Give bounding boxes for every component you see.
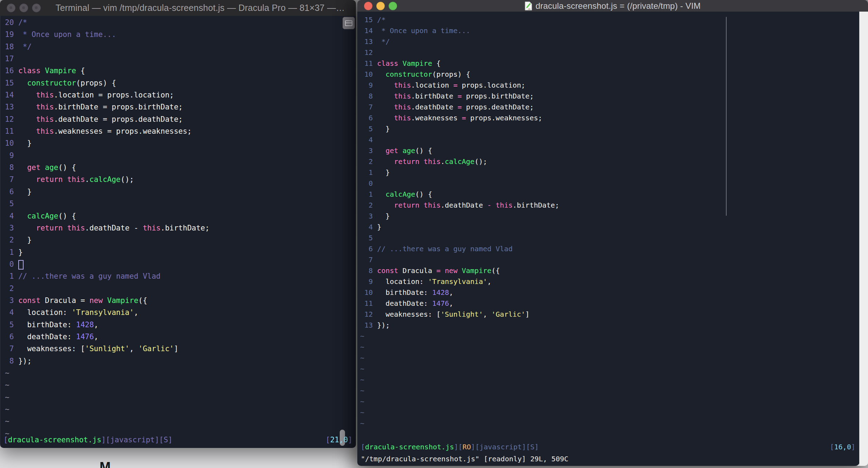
minimize-button[interactable] [19,4,28,12]
code-line[interactable]: 11 this.weaknesses = props.weaknesses; [5,125,356,137]
code-line[interactable]: 1// ...there was a guy named Vlad [5,270,356,282]
code-token: props.birthDate; [462,92,534,100]
code-line[interactable]: 5 [5,198,356,210]
code-line[interactable]: 7 weaknesses: ['Sunlight', 'Garlic'] [5,343,356,355]
code-token: ({ [491,266,500,275]
vim-buffer-left[interactable]: 20/*19 * Once upon a time...18 */1716cla… [1,17,356,439]
code-token: location: [377,277,428,286]
code-line[interactable]: 14 this.location = props.location; [5,89,356,101]
code-token [377,103,394,111]
code-line[interactable]: 6 this.weaknesses = props.weaknesses; [360,113,860,124]
code-line[interactable]: 11class Vampire { [360,58,860,69]
code-line[interactable]: 0 [360,178,860,189]
terminal-content[interactable]: 20/*19 * Once upon a time...18 */1716cla… [0,16,356,448]
code-line[interactable]: 12 weaknesses: ['Sunlight', 'Garlic'] [360,309,860,320]
zoom-button[interactable] [389,2,397,10]
vim-statusline-right: [dracula-screenshot.js][RO][javascript][… [361,442,855,452]
empty-line-tilde: ~ [5,367,356,379]
code-token: calcAge [445,157,474,166]
split-pane-button[interactable] [343,17,355,29]
code-line[interactable]: 12 [360,47,860,58]
code-line[interactable]: 14 * Once upon a time... [360,25,860,36]
code-line[interactable]: 8 this.birthDate = props.birthDate; [360,91,860,102]
code-line[interactable]: 15/* [360,14,860,25]
code-line[interactable]: 8}); [5,355,356,367]
code-line[interactable]: 20/* [5,17,356,29]
code-line[interactable]: 2 return this.deathDate - this.birthDate… [360,200,860,211]
code-line[interactable]: 11 deathDate: 1476, [360,298,860,309]
code-line[interactable]: 5 [360,233,860,244]
code-line[interactable]: 2 [5,283,356,295]
code-token: = [436,266,441,275]
code-line[interactable]: 5 } [360,124,860,134]
code-line[interactable]: 7 return this.calcAge(); [5,173,356,185]
code-line[interactable]: 8const Dracula = new Vampire({ [360,265,860,276]
code-token: 1428 [76,321,94,329]
vim-buffer-right[interactable]: 15/*14 * Once upon a time...13 */1211cla… [357,14,860,429]
code-line[interactable]: 4} [360,222,860,233]
code-token: get [385,146,398,155]
line-number: 9 [360,80,373,91]
code-line[interactable]: 3 return this.deathDate - this.birthDate… [5,222,356,234]
overlay-scrollbar-thumb[interactable] [726,17,727,216]
close-button[interactable] [7,4,15,12]
code-token: } [377,168,390,177]
code-line[interactable]: 4 calcAge() { [5,210,356,222]
code-line[interactable]: 19 * Once upon a time... [5,29,356,40]
code-line[interactable]: 2 return this.calcAge(); [360,156,860,167]
code-line[interactable]: 13 */ [360,36,860,47]
code-line[interactable]: 5 birthDate: 1428, [5,319,356,331]
line-number: 2 [360,156,373,167]
code-token: } [18,188,32,196]
macvim-titlebar[interactable]: JS dracula-screenshot.js = (/private/tmp… [357,0,868,12]
code-line[interactable]: 1 calcAge() { [360,189,860,200]
code-token [377,146,385,155]
code-line[interactable]: 17 [5,53,356,65]
split-pane-icon [345,20,352,26]
code-line[interactable]: 9 this.location = props.location; [360,80,860,91]
minimize-button[interactable] [376,2,385,10]
code-line[interactable]: 12 this.deathDate = props.deathDate; [5,113,356,125]
macvim-scrollbar-track[interactable] [859,12,868,466]
code-line[interactable]: 8 get age() { [5,162,356,173]
code-line[interactable]: 7 this.deathDate = props.deathDate; [360,102,860,113]
close-button[interactable] [364,2,372,10]
code-line[interactable]: 18 */ [5,41,356,53]
code-line[interactable]: 4 location: 'Transylvania', [5,306,356,318]
code-line[interactable]: 15 constructor(props) { [5,77,356,89]
code-line[interactable]: 1 } [360,167,860,178]
code-line[interactable]: 16class Vampire { [5,65,356,77]
code-line[interactable]: 3const Dracula = new Vampire({ [5,295,356,306]
code-line[interactable]: 4 [360,134,860,145]
desktop: { "desktop": { "artifact_mark": "M" }, "… [0,0,868,468]
code-token: this [67,175,85,184]
code-token: , [129,344,138,353]
code-line[interactable]: 13 this.birthDate = props.birthDate; [5,101,356,113]
code-line[interactable]: 6 deathDate: 1476, [5,331,356,343]
empty-line-tilde: ~ [360,342,860,353]
code-line[interactable]: 9 [5,150,356,162]
code-line[interactable]: 10 } [5,137,356,149]
zoom-button[interactable] [32,4,41,12]
macvim-content[interactable]: 15/*14 * Once upon a time...13 */1211cla… [357,12,860,466]
line-number: 15 [360,14,373,25]
code-token: 'Garlic' [491,310,525,318]
code-token: props.location; [458,81,525,89]
code-line[interactable]: 13}); [360,320,860,331]
code-line[interactable]: 3 } [360,211,860,222]
code-line[interactable]: 10 constructor(props) { [360,69,860,80]
code-token: this [394,103,411,111]
terminal-titlebar[interactable]: Terminal — vim /tmp/dracula-screenshot.j… [0,0,356,16]
code-token: Vampire [45,67,76,75]
code-line[interactable]: 6 } [5,186,356,198]
code-line[interactable]: 7 [360,254,860,265]
code-line[interactable]: 2 } [5,234,356,246]
code-token: calcAge [27,212,58,220]
code-line[interactable]: 0 [5,258,356,270]
code-token: weaknesses: [ [18,344,85,353]
code-line[interactable]: 3 get age() { [360,145,860,156]
code-line[interactable]: 9 location: 'Transylvania', [360,276,860,287]
code-line[interactable]: 1} [5,246,356,258]
code-line[interactable]: 10 birthDate: 1428, [360,287,860,298]
code-line[interactable]: 6// ...there was a guy named Vlad [360,244,860,254]
